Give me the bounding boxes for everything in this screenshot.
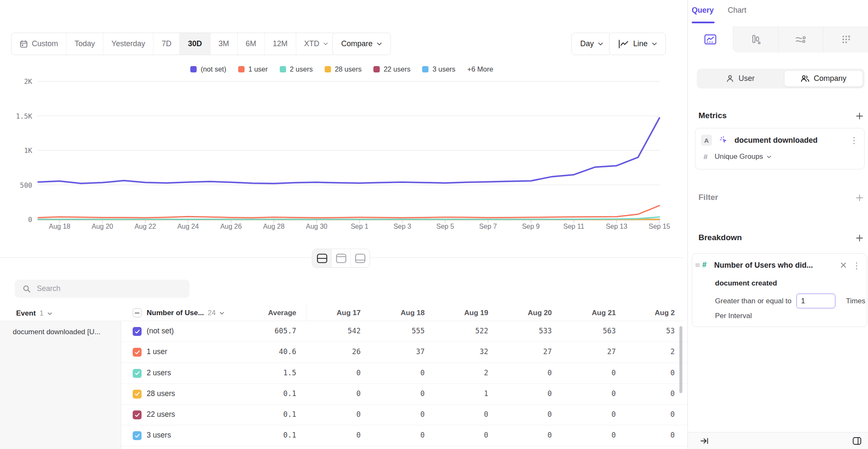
breakdown-kebab-menu[interactable]: ⋮ <box>852 261 861 270</box>
breakdown-event-name: document created <box>715 279 777 288</box>
layout-split-button[interactable] <box>312 249 331 267</box>
active-tab-underline <box>692 22 715 23</box>
svg-text:500: 500 <box>20 181 32 189</box>
select-all-checkbox[interactable] <box>133 308 142 317</box>
interval-dropdown[interactable]: Day <box>571 33 612 55</box>
chevron-down-icon <box>767 155 771 158</box>
series-line <box>38 205 659 218</box>
series-checkbox[interactable] <box>133 410 142 419</box>
cell-value: 522 <box>437 327 488 335</box>
layout-bottom-button[interactable] <box>351 249 370 267</box>
cell-value: 53 <box>624 327 675 335</box>
search-input[interactable] <box>37 284 189 293</box>
split-view-icon <box>317 253 328 263</box>
add-breakdown-button[interactable] <box>855 233 864 243</box>
date-range-3m[interactable]: 3M <box>211 33 238 55</box>
series-checkbox[interactable] <box>133 369 142 378</box>
cell-value: 0 <box>624 431 675 439</box>
drag-handle-icon[interactable] <box>695 263 700 267</box>
collapse-panel-icon[interactable] <box>700 438 709 444</box>
date-range-12m[interactable]: 12M <box>265 33 296 55</box>
breakdown-card[interactable]: # Number of Users who did... ⋮ document … <box>692 253 867 327</box>
series-label: 28 users <box>147 389 175 398</box>
chevron-down-icon <box>220 312 224 315</box>
add-filter-button[interactable] <box>855 193 864 202</box>
cell-value: 542 <box>310 327 361 335</box>
date-range-xtd[interactable]: XTD <box>296 33 336 55</box>
scope-company-button[interactable]: Company <box>784 70 863 87</box>
line-chart-icon <box>618 39 629 49</box>
series-checkbox[interactable] <box>133 431 142 440</box>
chart-type-flow[interactable] <box>778 26 823 53</box>
metric-event-name[interactable]: document downloaded <box>734 136 818 145</box>
cell-value: 0 <box>501 369 552 377</box>
table-row[interactable]: 3 users0.1000000 <box>121 425 687 446</box>
cell-value: 0 <box>374 369 425 377</box>
svg-text:Sep 9: Sep 9 <box>522 223 540 230</box>
main-area: CustomTodayYesterday7D30D3M6M12MXTD Comp… <box>0 0 687 449</box>
chart-type-grid[interactable] <box>823 26 868 53</box>
chart-type-bar[interactable] <box>733 26 778 53</box>
close-icon[interactable] <box>840 262 846 268</box>
chevron-down-icon <box>47 312 52 315</box>
cell-value: 0 <box>565 410 616 419</box>
date-range-custom[interactable]: Custom <box>11 33 67 55</box>
tab-query[interactable]: Query <box>692 6 714 15</box>
table-row[interactable]: 22 users0.1000000 <box>121 405 687 425</box>
breakdown-title[interactable]: Number of Users who did... <box>714 261 813 270</box>
layout-toggle-group <box>312 249 370 268</box>
event-column-header[interactable]: Event 1 <box>16 309 52 318</box>
chevron-down-icon <box>323 42 328 45</box>
series-checkbox[interactable] <box>133 348 142 357</box>
measure-hash-icon: # <box>704 153 707 161</box>
plus-icon <box>855 234 864 242</box>
add-metric-button[interactable] <box>855 111 864 121</box>
cell-value: 0 <box>374 389 425 398</box>
group-column-header[interactable]: Number of Use... 24 <box>147 309 224 317</box>
tab-chart[interactable]: Chart <box>728 6 746 15</box>
table-row[interactable]: 28 users0.1001000 <box>121 384 687 405</box>
cell-value: 555 <box>374 327 425 335</box>
metric-letter-badge: A <box>701 135 712 146</box>
compare-button[interactable]: Compare <box>332 33 391 55</box>
layout-top-button[interactable] <box>331 249 351 267</box>
cell-value: 26 <box>310 347 361 356</box>
cell-value: 0 <box>310 389 361 398</box>
metrics-heading: Metrics <box>698 111 727 120</box>
table-header-row: Number of Use... 24 Average Aug 17Aug 18… <box>121 305 687 321</box>
date-range-6m[interactable]: 6M <box>238 33 265 55</box>
table-row[interactable]: 1 user40.626373227272 <box>121 342 687 363</box>
cell-value: 0 <box>374 431 425 439</box>
breakdown-per-label[interactable]: Per Interval <box>715 312 752 320</box>
series-checkbox[interactable] <box>133 327 142 336</box>
svg-text:Sep 13: Sep 13 <box>606 223 627 230</box>
series-checkbox[interactable] <box>133 390 142 399</box>
table-scrollbar[interactable] <box>679 326 682 393</box>
cell-value: 2 <box>624 347 675 356</box>
cell-value: 0 <box>565 369 616 377</box>
chart-type-line[interactable] <box>688 26 733 53</box>
cell-value: 0 <box>624 369 675 377</box>
filter-heading: Filter <box>698 193 718 202</box>
scope-user-button[interactable]: User <box>697 69 784 89</box>
svg-text:1.5K: 1.5K <box>16 112 32 120</box>
event-header-label: Event <box>16 309 36 318</box>
svg-text:Aug 22: Aug 22 <box>134 223 156 230</box>
table-row[interactable]: (not set)605.754255552253356353 <box>121 321 687 342</box>
metric-card[interactable]: A document downloaded ⋮ # Unique Groups <box>695 128 865 169</box>
metric-kebab-menu[interactable]: ⋮ <box>850 136 858 144</box>
event-list-item[interactable]: document downloaded [U... <box>0 321 121 336</box>
series-label: 3 users <box>147 431 171 440</box>
table-row[interactable]: 2 users1.5002000 <box>121 363 687 384</box>
date-range-yesterday[interactable]: Yesterday <box>103 33 153 55</box>
breakdown-condition-label[interactable]: Greater than or equal to <box>715 297 792 305</box>
chart-style-dropdown[interactable]: Line <box>609 33 666 55</box>
date-range-today[interactable]: Today <box>67 33 103 55</box>
panel-toggle-icon[interactable] <box>852 437 862 445</box>
svg-text:Sep 5: Sep 5 <box>436 223 454 230</box>
breakdown-value-input[interactable] <box>796 294 835 308</box>
search-box <box>15 280 189 298</box>
date-range-7d[interactable]: 7D <box>153 33 180 55</box>
measure-dropdown[interactable]: Unique Groups <box>715 152 771 161</box>
date-range-30d[interactable]: 30D <box>180 33 210 55</box>
